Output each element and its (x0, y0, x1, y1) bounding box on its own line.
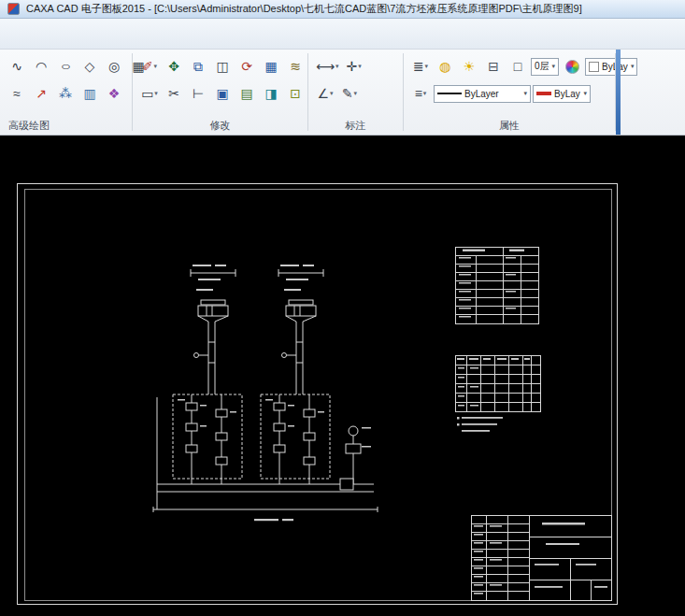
linetype-select[interactable]: ByLayer▾ (434, 85, 531, 103)
rotate-icon-button[interactable]: ⟳ (235, 55, 258, 78)
copy-doc-icon-button[interactable]: ▣ (211, 82, 234, 105)
piping-network (153, 397, 378, 512)
copy-icon-button[interactable]: ⧉ (187, 55, 209, 78)
ribbon-group-label: 高级绘图 (0, 119, 132, 135)
ribbon-group-label: 属性 (404, 119, 615, 135)
wave-icon-button[interactable]: ≈ (6, 82, 28, 105)
mirror-icon-button[interactable]: ◫ (211, 55, 234, 78)
paste-icon-button[interactable]: ▤ (235, 82, 258, 105)
titlebar: CAXA CAD 电子图板2015 - [C:\Users\Administra… (0, 0, 685, 19)
spline-icon-button[interactable]: ∿ (6, 55, 28, 78)
teal-block-icon-button[interactable]: ◨ (260, 82, 282, 105)
contour-icon: ◎ (108, 60, 120, 73)
ribbon-row: ⟷▾✛▾ (314, 54, 399, 79)
arc-icon-button[interactable]: ◠ (30, 55, 52, 78)
spec-table-text (459, 250, 524, 318)
brightness-icon-button[interactable]: ☀ (458, 55, 480, 78)
printer-icon: ⊟ (488, 60, 499, 73)
extend-icon-button[interactable]: ⊢ (187, 82, 209, 105)
contour-icon-button[interactable]: ◎ (103, 55, 125, 78)
angle-dimension-icon-button[interactable]: ∠▾ (314, 82, 336, 105)
pattern-icon-button[interactable]: ❖ (103, 82, 125, 105)
teal-block-icon: ◨ (264, 87, 277, 100)
hydraulic-assembly-2 (261, 265, 330, 484)
erase-icon-button[interactable]: ✐▾ (138, 55, 161, 78)
window-title: CAXA CAD 电子图板2015 - [C:\Users\Administra… (26, 2, 582, 16)
line-swatch-icon (437, 93, 462, 94)
frame-icon-button[interactable]: □ (507, 55, 529, 78)
layer-move-icon-button[interactable]: ⊡ (284, 82, 307, 105)
extend-icon: ⊢ (193, 87, 204, 100)
polygon-icon-button[interactable]: ◇ (78, 55, 101, 78)
copy-doc-icon: ▣ (216, 87, 228, 100)
dropdown-caret-icon: ▾ (425, 63, 429, 70)
mirror-icon: ◫ (216, 60, 228, 73)
ribbon-row: ≣▾◍☀⊟□0层▾ByLay▾ (409, 54, 611, 79)
white-swatch-icon (589, 62, 599, 72)
copy-icon: ⧉ (193, 60, 203, 73)
rectangle-icon-button[interactable]: ▭▾ (138, 82, 161, 105)
ribbon-filler (621, 50, 685, 135)
ribbon-group-label: 修改 (133, 119, 307, 135)
dropdown-caret-icon: ▾ (335, 63, 339, 70)
move-icon-button[interactable]: ✥ (163, 55, 185, 78)
ribbon-row: ∠▾✎▾ (314, 81, 399, 106)
array-icon: ▦ (264, 60, 277, 73)
ribbon-group-2: ⟷▾✛▾∠▾✎▾标注 (308, 50, 403, 135)
arc-icon: ◠ (36, 60, 47, 73)
dropdown-caret-icon: ▾ (154, 90, 158, 97)
rotate-icon: ⟳ (241, 60, 252, 73)
offset-icon-button[interactable]: ≋ (284, 55, 307, 78)
polygon-icon: ◇ (85, 60, 95, 73)
block-icon: ▥ (83, 87, 95, 100)
block-icon-button[interactable]: ▥ (78, 82, 101, 105)
color-wheel-icon-button[interactable] (561, 55, 583, 78)
bulb-icon-button[interactable]: ◍ (434, 55, 456, 78)
ribbon-tab-band (0, 19, 685, 50)
dropdown-caret-icon: ▾ (330, 90, 334, 97)
linewidth-select[interactable]: ByLay▾ (533, 85, 591, 103)
linetype-tool-icon-button[interactable]: ≡▾ (409, 82, 432, 105)
dropdown-caret-icon: ▾ (552, 63, 556, 70)
ellipse-icon-button[interactable]: ○ (54, 55, 77, 78)
parts-table (455, 355, 540, 411)
dropdown-caret-icon: ▾ (154, 63, 158, 70)
drawing-canvas[interactable] (0, 136, 685, 616)
arrow-icon-button[interactable]: ↗ (30, 82, 52, 105)
ribbon-group-3: ≣▾◍☀⊟□0层▾ByLay▾≡▾ByLayer▾ByLay▾属性 (404, 50, 615, 135)
layer-select[interactable]: 0层▾ (531, 58, 559, 76)
erase-icon: ✐ (142, 60, 153, 73)
layer-move-icon: ⊡ (290, 87, 301, 100)
arrow-icon: ↗ (36, 87, 47, 100)
dropdown-caret-icon: ▾ (523, 90, 527, 97)
pressure-gauge (349, 426, 358, 436)
ribbon-group-1: ✐▾✥⧉◫⟳▦≋▭▾✂⊢▣▤◨⊡修改 (133, 50, 307, 135)
offset-icon: ≋ (290, 60, 301, 73)
linear-dimension-icon-button[interactable]: ⟷▾ (314, 55, 341, 78)
coordinate-dimension-icon-button[interactable]: ✛▾ (343, 55, 365, 78)
ribbon-row: ∿◠○◇◎▦ (6, 54, 128, 79)
paste-icon: ▤ (240, 87, 252, 100)
gear-cluster-icon: ⁂ (59, 87, 72, 100)
ribbon-row: ✐▾✥⧉◫⟳▦≋ (138, 54, 304, 79)
cad-drawing (0, 136, 685, 616)
ribbon-row: ▭▾✂⊢▣▤◨⊡ (138, 81, 304, 106)
printer-icon-button[interactable]: ⊟ (482, 55, 505, 78)
spline-icon: ∿ (11, 60, 22, 73)
layer-tool-icon: ≣ (413, 60, 424, 73)
linetype-tool-icon: ≡ (415, 87, 422, 100)
layer-tool-icon-button[interactable]: ≣▾ (409, 55, 432, 78)
move-icon: ✥ (168, 60, 179, 73)
text-annotation-icon-button[interactable]: ✎▾ (338, 82, 361, 105)
frame-icon: □ (514, 60, 521, 73)
array-icon-button[interactable]: ▦ (260, 55, 282, 78)
brightness-icon: ☀ (464, 60, 476, 73)
dropdown-caret-icon: ▾ (358, 63, 362, 70)
linewidth-select-value: ByLay (554, 89, 580, 99)
hydraulic-assembly-1 (173, 265, 242, 484)
gear-cluster-icon-button[interactable]: ⁂ (54, 82, 77, 105)
wave-icon: ≈ (13, 87, 21, 100)
linetype-select-value: ByLayer (464, 89, 521, 99)
trim-icon-button[interactable]: ✂ (163, 82, 185, 105)
ribbon-row: ≡▾ByLayer▾ByLay▾ (409, 81, 611, 106)
